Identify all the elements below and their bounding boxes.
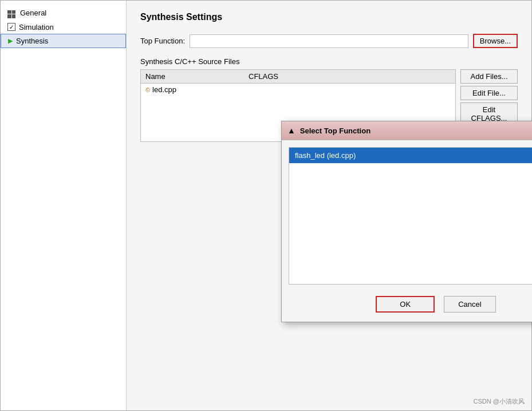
add-files-button[interactable]: Add Files... (460, 69, 518, 84)
triangle-icon: ▶ (8, 37, 13, 45)
modal-body: flash_led (led.cpp) OK Cancel (282, 140, 532, 322)
modal-list: flash_led (led.cpp) (289, 147, 532, 284)
file-name: led.cpp (152, 85, 176, 94)
select-top-function-dialog: ▲ Select Top Function ✕ flash_led (led.c… (281, 121, 532, 322)
col-name: Name (145, 72, 249, 81)
col-cflags: CFLAGS (249, 72, 451, 81)
modal-cancel-button[interactable]: Cancel (444, 296, 495, 313)
modal-footer: OK Cancel (289, 291, 532, 315)
top-function-row: Top Function: Browse... (140, 34, 518, 48)
browse-button[interactable]: Browse... (473, 34, 518, 48)
main-content: Synthesis Settings Top Function: Browse.… (127, 1, 531, 410)
table-row[interactable]: © led.cpp (141, 84, 455, 96)
sidebar-item-label: Simulation (19, 23, 54, 31)
sidebar-item-label: General (20, 9, 46, 17)
sidebar-item-label: Synthesis (16, 37, 48, 45)
sidebar: General ✓ Simulation ▶ Synthesis (1, 1, 127, 410)
checkbox-icon: ✓ (7, 23, 15, 31)
modal-title-text: Select Top Function (300, 127, 532, 135)
table-header: Name CFLAGS (141, 70, 455, 84)
modal-ok-button[interactable]: OK (376, 296, 435, 313)
sidebar-item-simulation[interactable]: ✓ Simulation (1, 21, 126, 34)
list-item[interactable]: flash_led (led.cpp) (289, 148, 532, 163)
top-function-label: Top Function: (140, 37, 185, 45)
modal-title-icon: ▲ (287, 126, 295, 135)
sidebar-item-synthesis[interactable]: ▶ Synthesis (1, 34, 126, 48)
watermark: CSDN @小清吹风 (474, 397, 525, 406)
file-icon: © (145, 86, 150, 93)
top-function-input[interactable] (190, 34, 468, 48)
edit-file-button[interactable]: Edit File... (460, 86, 518, 100)
source-files-label: Synthesis C/C++ Source Files (140, 57, 518, 66)
page-title: Synthesis Settings (140, 12, 518, 22)
file-name-cell: © led.cpp (145, 85, 249, 94)
grid-icon (7, 7, 17, 18)
modal-titlebar: ▲ Select Top Function ✕ (282, 121, 532, 140)
sidebar-item-general[interactable]: General (1, 5, 126, 21)
